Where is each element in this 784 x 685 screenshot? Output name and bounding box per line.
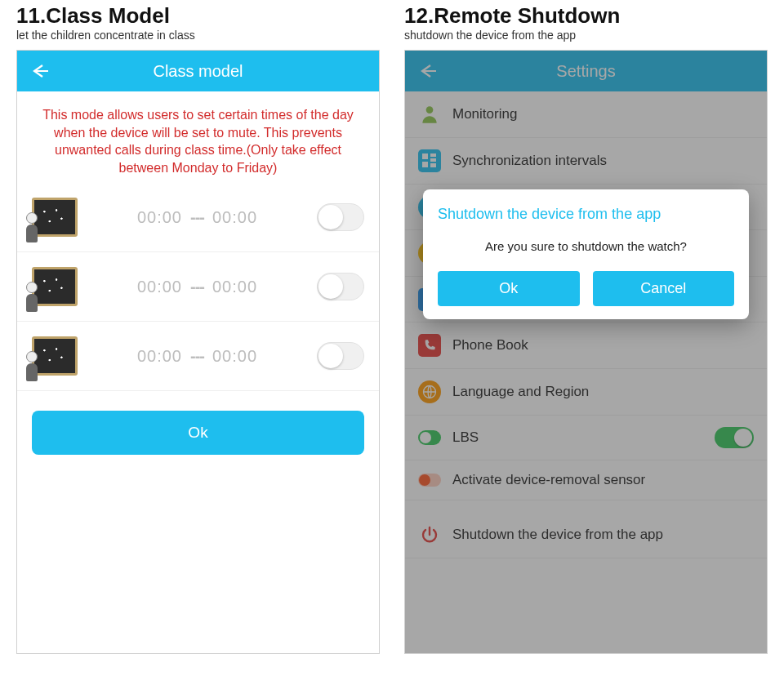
dialog-cancel-button[interactable]: Cancel bbox=[593, 271, 735, 306]
blackboard-icon bbox=[32, 336, 78, 376]
section-heading-12: 12.Remote Shutdown bbox=[404, 0, 768, 29]
dash-icon: --- bbox=[190, 347, 204, 366]
modal-backdrop[interactable] bbox=[405, 51, 767, 653]
appbar-title: Class model bbox=[17, 62, 379, 81]
time-to: 00:00 bbox=[212, 347, 257, 366]
section-sub-12: shutdown the device from the app bbox=[404, 29, 768, 42]
time-range[interactable]: 00:00 --- 00:00 bbox=[86, 278, 309, 296]
dash-icon: --- bbox=[190, 278, 204, 296]
phone-class-model: Class model This mode allows users to se… bbox=[16, 50, 380, 654]
dialog-message: Are you sure to shutdown the watch? bbox=[438, 239, 734, 253]
time-to: 00:00 bbox=[212, 208, 257, 227]
phone-settings: Settings Monitoring Synchronization inte… bbox=[404, 50, 768, 654]
slot-toggle[interactable] bbox=[317, 203, 364, 231]
time-from: 00:00 bbox=[137, 278, 182, 296]
shutdown-dialog: Shutdown the device from the app Are you… bbox=[423, 189, 749, 319]
section-sub-11: let the children concentrate in class bbox=[16, 29, 380, 42]
time-slot-row[interactable]: 00:00 --- 00:00 bbox=[17, 183, 379, 252]
slot-toggle[interactable] bbox=[317, 342, 364, 370]
ok-button[interactable]: Ok bbox=[32, 411, 364, 455]
time-range[interactable]: 00:00 --- 00:00 bbox=[86, 208, 309, 227]
class-mode-description: This mode allows users to set certain ti… bbox=[17, 91, 379, 183]
time-slot-row[interactable]: 00:00 --- 00:00 bbox=[17, 252, 379, 322]
section-heading-11: 11.Class Model bbox=[16, 0, 380, 29]
blackboard-icon bbox=[32, 198, 78, 237]
time-from: 00:00 bbox=[137, 347, 182, 366]
time-to: 00:00 bbox=[212, 278, 257, 296]
time-from: 00:00 bbox=[137, 208, 182, 227]
blackboard-icon bbox=[32, 267, 78, 306]
time-range[interactable]: 00:00 --- 00:00 bbox=[86, 347, 309, 366]
appbar: Class model bbox=[17, 51, 379, 91]
dialog-ok-button[interactable]: Ok bbox=[438, 271, 580, 306]
dialog-title: Shutdown the device from the app bbox=[438, 206, 734, 223]
slot-toggle[interactable] bbox=[317, 273, 364, 300]
time-slot-row[interactable]: 00:00 --- 00:00 bbox=[17, 322, 379, 391]
dash-icon: --- bbox=[190, 208, 204, 227]
back-icon[interactable] bbox=[29, 60, 51, 82]
